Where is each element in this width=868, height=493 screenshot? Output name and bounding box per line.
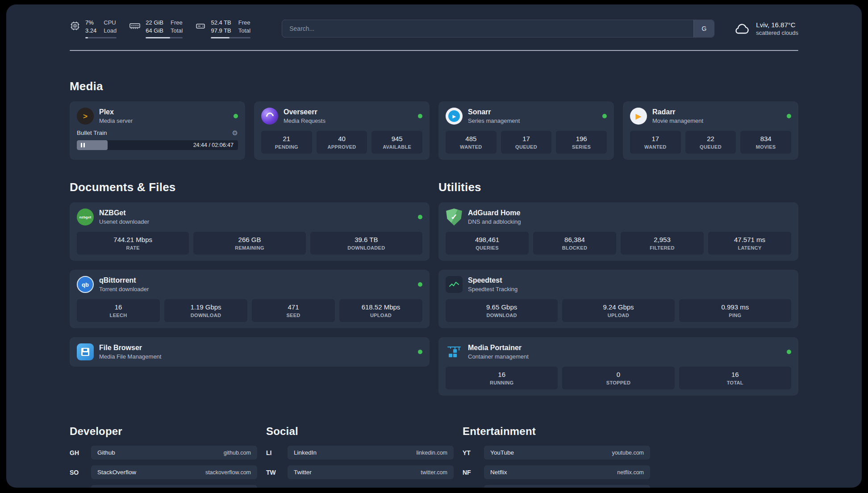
section-title-developer: Developer (70, 425, 257, 438)
ram-label-1: Free (171, 19, 183, 27)
stat-label: SERIES (558, 144, 605, 150)
pause-icon[interactable] (81, 143, 85, 147)
stat-value: 22 (687, 135, 734, 142)
netflix-link[interactable]: Netflix netflix.com (484, 465, 650, 479)
stat-label: UPLOAD (564, 313, 672, 318)
stat-tile: 618.52 Mbps UPLOAD (339, 299, 422, 322)
dashboard-window: 7% 3.24 CPU Load (6, 4, 862, 488)
speedtest-card[interactable]: Speedtest Speedtest Tracking 9.65 Gbps D… (438, 270, 798, 328)
radarr-icon: ▶ (630, 108, 647, 125)
disk-total: 97.9 TB (211, 27, 231, 35)
stat-tile: 196 SERIES (556, 131, 607, 154)
link-name: YouTube (490, 449, 514, 456)
stat-tile: 945 AVAILABLE (371, 131, 422, 154)
dev-link[interactable]: DEV dev.to (91, 485, 257, 488)
link-url: stackoverflow.com (205, 469, 251, 476)
link-row-github: GH Github github.com (70, 446, 257, 460)
ram-stat: 22 GiB 64 GiB Free Total (129, 19, 183, 38)
stat-label: FILTERED (622, 245, 702, 251)
developer-column: Developer GH Github github.com SO StackO… (70, 425, 257, 488)
cpu-loadavg: 3.24 (85, 27, 96, 35)
stat-label: PENDING (263, 144, 310, 150)
stat-value: 17 (503, 135, 550, 142)
link-name: LinkedIn (294, 449, 317, 456)
link-name: StackOverflow (97, 469, 136, 476)
linkedin-link[interactable]: LinkedIn linkedin.com (288, 446, 454, 460)
stat-value: 17 (632, 135, 679, 142)
stat-value: 0 (564, 371, 672, 378)
nzbget-card[interactable]: nzbget NZBGet Usenet downloader 744.21 M… (70, 202, 430, 261)
stat-tile: 834 MOVIES (740, 131, 791, 154)
app-subtitle-filebrowser: Media File Management (99, 353, 161, 360)
status-dot (418, 114, 422, 118)
stat-label: DOWNLOAD (447, 313, 556, 318)
stat-label: RATE (79, 245, 187, 251)
media-grid: > Plex Media server Bullet Train ⚙ 24:44… (70, 101, 798, 160)
youtube-link[interactable]: YouTube youtube.com (484, 446, 650, 460)
qbittorrent-logo-text: qb (82, 282, 89, 288)
stat-label: UPLOAD (341, 313, 421, 318)
stat-value: 498,461 (447, 236, 527, 243)
twitter-link[interactable]: Twitter twitter.com (288, 465, 454, 479)
stat-label: APPROVED (318, 144, 366, 150)
stat-value: 40 (318, 135, 366, 142)
linkedin-icon: LI (266, 449, 283, 456)
disk-stat: 52.4 TB 97.9 TB Free Total (195, 19, 250, 38)
app-name-portainer: Media Portainer (468, 344, 529, 352)
sonarr-card[interactable]: ▶ Sonarr Series management 485 WANTED 17 (438, 101, 614, 160)
portainer-icon (446, 343, 463, 360)
adguard-card[interactable]: ✓ AdGuard Home DNS and adblocking 498,46… (438, 202, 798, 261)
cloud-icon (733, 22, 750, 35)
app-name-speedtest: Speedtest (468, 276, 517, 284)
cpu-icon (70, 21, 80, 31)
stat-tile: 9.65 Gbps DOWNLOAD (446, 299, 558, 322)
link-row-twitter: TW Twitter twitter.com (266, 465, 454, 479)
stackoverflow-link[interactable]: StackOverflow stackoverflow.com (91, 465, 257, 479)
stat-label: WANTED (632, 144, 679, 150)
adguard-shield-icon: ✓ (446, 209, 463, 226)
search-bar: G (282, 20, 714, 38)
stat-label: REMAINING (195, 245, 304, 251)
overseerr-card[interactable]: Overseerr Media Requests 21 PENDING 40 A… (254, 101, 430, 160)
search-input[interactable] (282, 20, 693, 37)
search-engine-button[interactable]: G (693, 20, 714, 37)
nzbget-logo-text: nzbget (79, 215, 92, 219)
stat-value: 16 (447, 371, 556, 378)
app-subtitle-speedtest: Speedtest Tracking (468, 286, 517, 292)
filebrowser-card[interactable]: File Browser Media File Management (70, 337, 430, 367)
app-name-overseerr: Overseerr (284, 108, 326, 116)
stat-value: 618.52 Mbps (341, 303, 421, 311)
stackoverflow-icon: SO (70, 469, 87, 476)
ram-label-2: Total (171, 27, 183, 35)
stat-label: AVAILABLE (373, 144, 421, 150)
disk-icon (195, 21, 206, 31)
playback-progress-bar[interactable]: 24:44 / 02:06:47 (77, 140, 238, 150)
link-row-youtube: YT YouTube youtube.com (463, 446, 650, 460)
ram-free: 22 GiB (146, 19, 163, 27)
link-row-linkedin: LI LinkedIn linkedin.com (266, 446, 454, 460)
app-subtitle-plex: Media server (99, 117, 133, 124)
github-link[interactable]: Github github.com (91, 446, 257, 460)
cpu-progress-bar (85, 37, 117, 38)
stat-tile: 744.21 Mbps RATE (77, 232, 189, 255)
reddit-link[interactable]: Reddit reddit.com (484, 485, 650, 488)
netflix-icon: NF (463, 469, 480, 476)
gear-icon[interactable]: ⚙ (232, 130, 238, 136)
link-row-reddit: RE Reddit reddit.com (463, 485, 650, 488)
social-column: Social LI LinkedIn linkedin.com TW Twitt… (266, 425, 454, 488)
github-icon: GH (70, 449, 87, 456)
qbittorrent-card[interactable]: qb qBittorrent Torrent downloader 16 LEE… (70, 270, 430, 328)
stat-label: BLOCKED (535, 245, 614, 251)
stat-tile: 22 QUEUED (685, 131, 736, 154)
weather-condition: scattered clouds (756, 29, 798, 36)
now-playing-title: Bullet Train (77, 130, 107, 136)
link-row-dev: DT DEV dev.to (70, 485, 257, 488)
stat-tile: 16 TOTAL (679, 367, 791, 389)
app-subtitle-portainer: Container management (468, 353, 529, 360)
top-bar: 7% 3.24 CPU Load (70, 19, 798, 38)
section-title-media: Media (70, 79, 798, 93)
portainer-card[interactable]: Media Portainer Container management 16 … (438, 337, 798, 396)
radarr-play-glyph: ▶ (635, 113, 641, 120)
plex-card[interactable]: > Plex Media server Bullet Train ⚙ 24:44… (70, 101, 245, 160)
radarr-card[interactable]: ▶ Radarr Movie management 17 WANTED 22 (623, 101, 798, 160)
